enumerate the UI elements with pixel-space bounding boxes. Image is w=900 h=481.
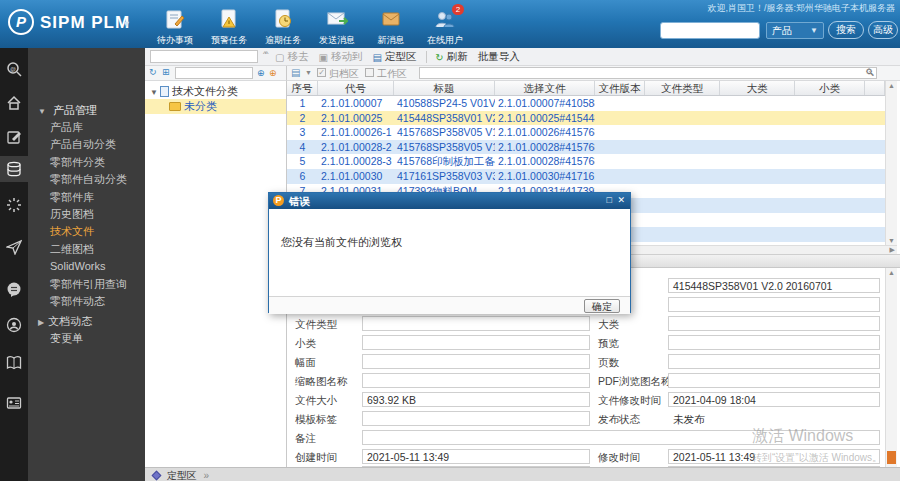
search-category-value: 产品 [772, 25, 792, 36]
maximize-icon[interactable]: □ [607, 195, 612, 205]
sidebar-item-parts-library[interactable]: 零部件库 [50, 189, 127, 206]
sidebar-item-parts-activity[interactable]: 零部件动态 [50, 293, 127, 310]
typed-area-tab[interactable]: 定型区 » [153, 469, 209, 481]
chat-icon[interactable] [0, 276, 28, 302]
edit-icon[interactable] [0, 124, 28, 150]
main-toolbar: ^^ ▢移去 ▣移动到 ▤定型区 ↻刷新 批量导入 [145, 48, 900, 66]
remarks-field[interactable] [362, 430, 880, 445]
move-doc-icon: ▣ [318, 52, 327, 63]
close-icon[interactable]: ✕ [617, 195, 625, 205]
sidebar-item-parts-reference-query[interactable]: 零部件引用查询 [50, 276, 127, 293]
sidebar-item-2d-drawings[interactable]: 二维图档 [50, 241, 127, 258]
sidebar-item-history-drawings[interactable]: 历史图档 [50, 206, 127, 223]
warning-tasks-button[interactable]: 预警任务 [202, 8, 256, 47]
more-tabs-icon[interactable]: » [204, 470, 210, 481]
table-row[interactable]: 52.1.01.00028-3415768印制板加工备忘录2.1.01.0002… [287, 154, 885, 169]
title-field[interactable]: 415448SP358V01 V2.0 20160701 [668, 278, 880, 293]
move-to-button[interactable]: ▣移动到 [318, 50, 362, 64]
advanced-search-button[interactable]: 高级 [868, 21, 898, 39]
sidebar-item-technical-files[interactable]: 技术文件 [50, 223, 127, 240]
scroll-up-icon[interactable]: ▲ [888, 269, 895, 276]
pdf-preview-name-field[interactable] [668, 373, 880, 388]
search-button[interactable]: 搜索 [828, 21, 864, 39]
scroll-right-icon[interactable]: ▶ [890, 246, 895, 254]
table-row[interactable]: 32.1.01.00026-1415768SP358V05 V1.0 20...… [287, 125, 885, 140]
todo-items-button[interactable]: 待办事项 [148, 8, 202, 47]
file-type-field[interactable] [362, 316, 590, 331]
tree-refresh-icon[interactable]: ↻ [149, 67, 157, 77]
table-search-input[interactable] [419, 67, 877, 79]
search-category-select[interactable]: 产品 ▼ [766, 22, 824, 39]
tree-expand-icon[interactable]: ⊞ [162, 67, 170, 77]
form-field[interactable] [668, 297, 880, 312]
template-tag-field[interactable] [362, 411, 590, 426]
ok-button[interactable]: 确定 [584, 299, 620, 313]
new-message-button[interactable]: 新消息 [364, 8, 418, 47]
header-search-input[interactable] [660, 22, 760, 39]
big-class-field[interactable] [668, 316, 880, 331]
sidebar-item-solidworks[interactable]: SolidWorks [50, 258, 127, 275]
send-message-button[interactable]: 发送消息 [310, 8, 364, 47]
col-smallclass[interactable]: 小类 [795, 81, 865, 95]
error-message: 您没有当前文件的浏览权 [281, 235, 402, 250]
page-count-field[interactable] [668, 354, 880, 369]
sidebar-item-change-order[interactable]: 变更单 [38, 330, 92, 347]
broadcast-user-icon[interactable] [0, 312, 28, 338]
sidebar-item-product-management[interactable]: ▼ 产品管理 [38, 103, 97, 118]
tree-locate-icon[interactable]: ⊕ [257, 68, 265, 78]
scroll-down-icon[interactable]: ▼ [888, 237, 895, 244]
col-version[interactable]: 文件版本 [595, 81, 645, 95]
col-file[interactable]: 选择文件 [495, 81, 595, 95]
col-bigclass[interactable]: 大类 [720, 81, 795, 95]
chevron-down-icon[interactable]: ▼ [305, 69, 312, 76]
table-row[interactable]: 62.1.01.00030417161SP358V03 V3.1 20...2.… [287, 169, 885, 184]
user-search-icon[interactable]: @ [0, 56, 28, 82]
thumbnail-name-field[interactable] [362, 373, 590, 388]
send-plane-icon[interactable] [0, 234, 28, 260]
collapse-icon[interactable]: ^^ [263, 49, 267, 58]
overdue-tasks-button[interactable]: 逾期任务 [256, 8, 310, 47]
sheet-size-field[interactable] [362, 354, 590, 369]
work-area-checkbox[interactable] [365, 68, 374, 77]
created-time-field: 2021-05-11 13:49 [362, 449, 590, 464]
table-vertical-scrollbar[interactable]: ▲▼ [885, 81, 897, 245]
list-view-icon[interactable]: ▤ [291, 67, 300, 78]
form-vertical-scrollbar[interactable]: ▲ [885, 268, 897, 467]
home-icon[interactable] [0, 90, 28, 116]
online-users-button[interactable]: 2 在线用户 [418, 8, 472, 47]
tree-node-root[interactable]: ▼技术文件分类 [145, 84, 286, 99]
typed-area-button[interactable]: ▤定型区 [372, 50, 416, 64]
sidebar-item-parts-class[interactable]: 零部件分类 [50, 154, 127, 171]
error-dialog-titlebar[interactable]: P 错误 □ ✕ [269, 193, 630, 209]
dialog-logo-icon: P [273, 195, 284, 206]
database-icon[interactable] [0, 156, 28, 182]
id-card-icon[interactable] [0, 390, 28, 416]
small-class-field[interactable] [362, 335, 590, 350]
sidebar-item-product-autoclass[interactable]: 产品自动分类 [50, 136, 127, 153]
refresh-button[interactable]: ↻刷新 [435, 50, 467, 64]
table-row-selected[interactable]: 22.1.01.00025415448SP358V01 V2.0 20...2.… [287, 111, 885, 126]
book-icon[interactable] [0, 350, 28, 376]
table-row[interactable]: 12.1.01.00007410588SP24-5 V01V2.02.1.01.… [287, 96, 885, 111]
search-icon[interactable]: 🔍︎ [865, 67, 875, 78]
loading-icon[interactable] [0, 192, 28, 218]
scroll-up-icon[interactable]: ▲ [888, 82, 895, 89]
tree-node-unclassified[interactable]: 未分类 [145, 99, 286, 114]
sidebar-item-product-library[interactable]: 产品库 [50, 119, 127, 136]
batch-import-button[interactable]: 批量导入 [478, 50, 520, 64]
tree-filter-input[interactable] [175, 67, 253, 79]
col-seq[interactable]: 序号 [287, 81, 318, 95]
preview-field[interactable] [668, 335, 880, 350]
sidebar-item-parts-autoclass[interactable]: 零部件自动分类 [50, 171, 127, 188]
col-code[interactable]: 代号 [318, 81, 394, 95]
col-filetype[interactable]: 文件类型 [645, 81, 720, 95]
sidebar-item-document-activity[interactable]: ▶文档动态 [38, 313, 92, 330]
view-combobox[interactable] [150, 50, 258, 63]
archive-area-checkbox[interactable]: ✓ [317, 68, 326, 77]
app-menu-caret-icon[interactable]: ▼ [122, 19, 131, 29]
remove-button[interactable]: ▢移去 [275, 50, 308, 64]
col-title[interactable]: 标题 [394, 81, 495, 95]
new-message-icon [364, 8, 418, 32]
tree-mark-icon[interactable]: ⊕ [269, 68, 277, 78]
table-row[interactable]: 42.1.01.00028-2415768SP358V05 V1.0 20...… [287, 140, 885, 155]
